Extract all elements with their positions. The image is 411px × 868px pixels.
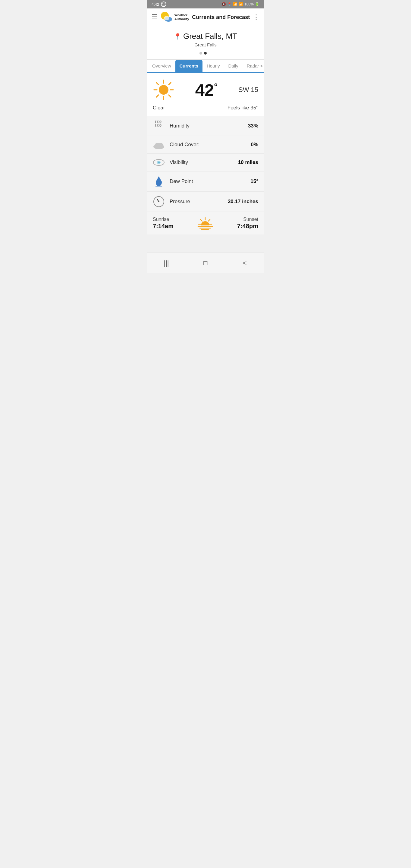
status-right: 🔇 📍 📶 📶 100% 🔋: [221, 2, 259, 6]
sun-svg: [153, 79, 175, 101]
visibility-row: Visibility 10 miles: [147, 154, 264, 172]
nav-home-button[interactable]: □: [199, 257, 212, 269]
visibility-value: 10 miles: [238, 159, 258, 165]
more-button[interactable]: ⋮: [253, 13, 259, 21]
svg-line-10: [156, 95, 158, 97]
empty-space: [147, 235, 264, 253]
location-sub: Great Falls: [152, 42, 259, 47]
tab-daily[interactable]: Daily: [224, 60, 242, 72]
sunrise-sunset-row: Sunrise 7:14am Sunset 7:48pm: [147, 212, 264, 235]
dew-point-row: Dew Point 15°: [147, 172, 264, 192]
weather-icon-sun: [153, 79, 175, 101]
svg-point-11: [159, 85, 168, 95]
dot-add[interactable]: +: [209, 50, 211, 56]
svg-point-2: [164, 16, 169, 20]
dot-1: [199, 52, 202, 55]
feels-like-text: Feels like 35°: [227, 105, 258, 111]
humidity-icon: [153, 121, 165, 131]
wifi-icon: 📶: [233, 2, 238, 6]
location-header: 📍 Great Falls, MT Great Falls +: [147, 26, 264, 60]
sunrise-label: Sunrise: [153, 217, 173, 222]
weather-desc-row: Clear Feels like 35°: [153, 105, 258, 111]
dew-point-value: 15°: [250, 179, 258, 184]
dot-2: [204, 52, 207, 55]
svg-point-21: [158, 201, 159, 202]
dew-point-icon: [153, 176, 165, 187]
svg-line-7: [156, 83, 158, 85]
pressure-icon: [153, 196, 165, 207]
page-indicators: +: [152, 50, 259, 56]
nav-menu-button[interactable]: |||: [160, 257, 172, 269]
sunset-block: Sunset 7:48pm: [237, 217, 258, 230]
cloud-cover-row: Cloud Cover: 0%: [147, 136, 264, 154]
app-logo: Weather Authority: [161, 11, 189, 23]
cloud-cover-icon: [153, 140, 165, 149]
sunset-label: Sunset: [237, 217, 258, 222]
logo-image: [161, 11, 172, 23]
battery-level: 100%: [244, 2, 254, 6]
app-name: Weather Authority: [175, 13, 189, 21]
city-name: 📍 Great Falls, MT: [152, 32, 259, 41]
sunrise-block: Sunrise 7:14am: [153, 217, 173, 230]
humidity-label: Humidity: [170, 123, 243, 129]
pressure-row: Pressure 30.17 inches: [147, 192, 264, 212]
menu-button[interactable]: ☰: [152, 13, 158, 21]
weather-top-row: 42° SW 15: [153, 79, 258, 101]
location-icon: 📍: [227, 2, 232, 6]
top-bar: ☰ Weather Authority Currents and Forecas…: [147, 8, 264, 26]
wind-display: SW 15: [238, 86, 258, 94]
svg-point-14: [158, 143, 163, 147]
temperature-display: 42°: [195, 80, 218, 100]
sunrise-icon: [197, 217, 214, 230]
pressure-value: 30.17 inches: [228, 198, 258, 205]
svg-line-9: [169, 83, 171, 85]
sunset-time: 7:48pm: [237, 223, 258, 230]
svg-line-23: [208, 219, 210, 221]
weather-main: 42° SW 15 Clear Feels like 35°: [147, 73, 264, 116]
mute-icon: 🔇: [221, 2, 226, 6]
status-left: 4:42 16: [152, 1, 166, 7]
cloud-cover-label: Cloud Cover:: [170, 142, 246, 148]
tab-hourly[interactable]: Hourly: [202, 60, 224, 72]
visibility-label: Visibility: [170, 159, 233, 165]
pin-icon: 📍: [174, 33, 181, 40]
dew-point-label: Dew Point: [170, 179, 246, 184]
svg-line-8: [169, 95, 171, 97]
humidity-row: Humidity 33%: [147, 116, 264, 136]
page-title: Currents and Forecast: [192, 14, 250, 21]
signal-icon: 📶: [239, 2, 243, 6]
sunrise-time: 7:14am: [153, 223, 173, 230]
bottom-nav-bar: ||| □ <: [147, 253, 264, 273]
status-bar: 4:42 16 🔇 📍 📶 📶 100% 🔋: [147, 0, 264, 8]
tab-radar[interactable]: Radar >: [243, 60, 264, 72]
battery-icon: 🔋: [255, 2, 259, 6]
visibility-icon: [153, 158, 165, 167]
nav-back-button[interactable]: <: [239, 257, 251, 269]
pressure-label: Pressure: [170, 198, 223, 205]
tab-currents[interactable]: Currents: [176, 60, 203, 72]
svg-line-24: [200, 219, 202, 221]
humidity-value: 33%: [248, 123, 258, 129]
tab-overview[interactable]: Overview: [148, 60, 176, 72]
cloud-cover-value: 0%: [251, 142, 258, 148]
condition-text: Clear: [153, 105, 165, 111]
status-time: 4:42: [152, 2, 159, 7]
tab-bar: Overview Currents Hourly Daily Radar >: [147, 60, 264, 73]
svg-point-17: [158, 161, 160, 163]
notification-badge: 16: [161, 1, 166, 7]
